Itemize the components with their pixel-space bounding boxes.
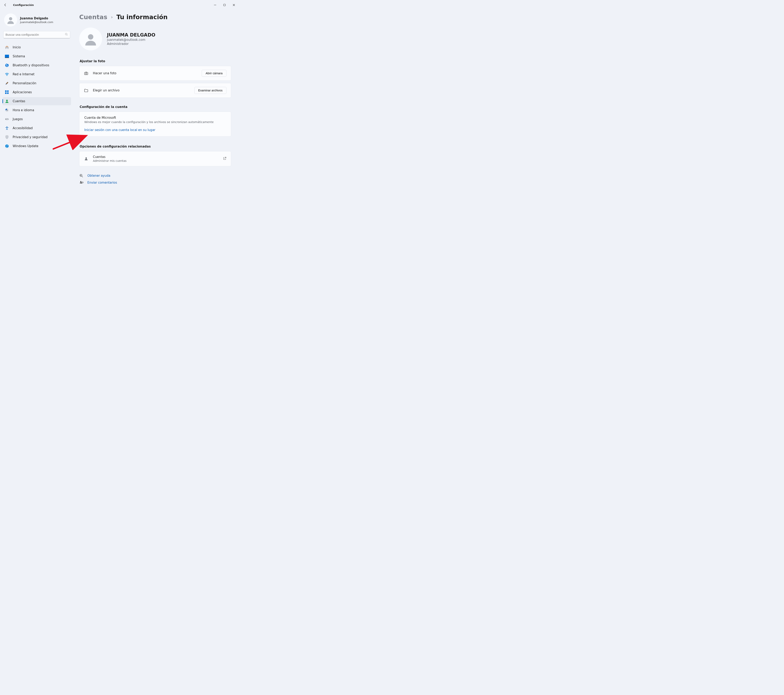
sidebar-item-label: Personalización <box>13 81 36 85</box>
sidebar: Juanma Delgado juanmatek@outlook.com Ini… <box>0 10 74 211</box>
svg-rect-7 <box>5 90 7 92</box>
nav: InicioSistemaBluetooth y dispositivosRed… <box>2 43 71 150</box>
profile-avatar <box>79 28 102 50</box>
choose-file-label: Elegir un archivo <box>93 89 190 92</box>
sidebar-item-network[interactable]: Red e Internet <box>2 70 71 78</box>
sidebar-item-accounts[interactable]: Cuentas <box>2 97 71 105</box>
personalization-icon <box>5 81 9 85</box>
take-photo-label: Hacer una foto <box>93 71 197 75</box>
related-accounts-card[interactable]: Cuentas Administrar mis cuentas <box>79 151 231 166</box>
svg-rect-4 <box>5 58 9 58</box>
section-title-photo: Ajustar la foto <box>80 59 231 63</box>
help-link[interactable]: ? Obtener ayuda <box>79 174 231 178</box>
system-icon <box>5 54 9 58</box>
sidebar-item-label: Windows Update <box>13 144 38 148</box>
ms-account-title: Cuenta de Microsoft <box>84 116 226 120</box>
apps-icon <box>5 90 9 94</box>
local-signin-link[interactable]: Iniciar sesión con una cuenta local en s… <box>84 128 226 132</box>
svg-point-16 <box>7 126 7 127</box>
take-photo-card: Hacer una foto Abrir cámara <box>79 66 231 81</box>
titlebar: Configuración <box>0 0 239 10</box>
sidebar-item-update[interactable]: Windows Update <box>2 142 71 150</box>
ms-account-desc: Windows es mejor cuando la configuración… <box>84 120 226 124</box>
time-icon <box>5 108 9 112</box>
profile-email: juanmatek@outlook.com <box>107 38 155 42</box>
search-box[interactable] <box>3 31 70 38</box>
breadcrumb: Cuentas › Tu información <box>79 13 231 21</box>
section-title-related: Opciones de configuración relacionadas <box>80 145 231 148</box>
choose-file-card: Elegir un archivo Examinar archivos <box>79 83 231 98</box>
svg-rect-25 <box>82 182 83 183</box>
search-icon <box>65 33 68 37</box>
profile-name: JUANMA DELGADO <box>107 32 155 38</box>
sidebar-item-label: Privacidad y seguridad <box>13 135 48 139</box>
sidebar-item-label: Inicio <box>13 46 21 49</box>
account-card: Cuenta de Microsoft Windows es mejor cua… <box>79 112 231 136</box>
svg-point-24 <box>80 181 81 182</box>
gaming-icon <box>5 117 9 121</box>
person-icon <box>7 16 15 24</box>
section-title-account: Configuración de la cuenta <box>80 105 231 109</box>
feedback-link[interactable]: Enviar comentarios <box>79 181 231 185</box>
content: Cuentas › Tu información JUANMA DELGADO … <box>74 10 239 211</box>
home-icon <box>5 45 9 49</box>
sidebar-user-name: Juanma Delgado <box>20 16 53 20</box>
help-label: Obtener ayuda <box>87 174 110 177</box>
search-input[interactable] <box>5 33 65 36</box>
sidebar-item-personalization[interactable]: Personalización <box>2 79 71 87</box>
svg-rect-9 <box>5 92 7 94</box>
sidebar-item-home[interactable]: Inicio <box>2 43 71 51</box>
svg-point-15 <box>8 119 8 120</box>
profile-role: Administrador <box>107 42 155 46</box>
svg-point-11 <box>6 100 8 102</box>
sidebar-item-label: Hora e idioma <box>13 108 34 112</box>
person-icon <box>84 32 98 46</box>
back-button[interactable] <box>2 2 8 8</box>
open-external-icon <box>223 157 226 161</box>
sidebar-item-gaming[interactable]: Juegos <box>2 115 71 123</box>
svg-rect-8 <box>7 90 9 92</box>
profile-header: JUANMA DELGADO juanmatek@outlook.com Adm… <box>79 28 231 50</box>
person-icon <box>84 157 88 161</box>
svg-point-6 <box>7 75 7 76</box>
sidebar-user-email: juanmatek@outlook.com <box>20 21 53 24</box>
camera-icon <box>84 71 88 76</box>
svg-point-2 <box>65 33 67 35</box>
svg-rect-3 <box>5 55 9 58</box>
svg-rect-0 <box>224 4 226 6</box>
sidebar-item-label: Red e Internet <box>13 72 35 76</box>
svg-point-21 <box>86 157 87 159</box>
accounts-icon <box>5 99 9 103</box>
related-accounts-desc: Administrar mis cuentas <box>93 159 219 163</box>
sidebar-item-system[interactable]: Sistema <box>2 52 71 61</box>
svg-point-14 <box>8 119 8 119</box>
minimize-button[interactable] <box>210 2 220 8</box>
sidebar-item-accessibility[interactable]: Accesibilidad <box>2 124 71 132</box>
related-accounts-title: Cuentas <box>93 155 219 159</box>
maximize-button[interactable] <box>220 2 229 8</box>
svg-point-17 <box>5 145 9 148</box>
sidebar-item-label: Accesibilidad <box>13 126 33 130</box>
breadcrumb-parent[interactable]: Cuentas <box>79 13 107 21</box>
feedback-label: Enviar comentarios <box>87 181 117 184</box>
bluetooth-icon <box>5 63 9 67</box>
sidebar-item-apps[interactable]: Aplicaciones <box>2 88 71 96</box>
svg-rect-19 <box>84 72 88 75</box>
breadcrumb-current: Tu información <box>116 13 168 21</box>
sidebar-item-time[interactable]: Hora e idioma <box>2 106 71 114</box>
close-button[interactable] <box>229 2 239 8</box>
chevron-right-icon: › <box>111 15 113 20</box>
browse-files-button[interactable]: Examinar archivos <box>194 87 226 94</box>
sidebar-item-bluetooth[interactable]: Bluetooth y dispositivos <box>2 61 71 69</box>
folder-icon <box>84 88 88 93</box>
help-icon: ? <box>79 174 84 178</box>
sidebar-item-privacy[interactable]: Privacidad y seguridad <box>2 133 71 141</box>
sidebar-item-label: Cuentas <box>13 99 25 103</box>
feedback-icon <box>79 181 84 185</box>
sidebar-user[interactable]: Juanma Delgado juanmatek@outlook.com <box>2 12 71 31</box>
svg-text:?: ? <box>81 175 81 176</box>
svg-point-18 <box>88 34 93 39</box>
svg-point-1 <box>9 17 12 20</box>
privacy-icon <box>5 135 9 139</box>
open-camera-button[interactable]: Abrir cámara <box>202 70 226 77</box>
